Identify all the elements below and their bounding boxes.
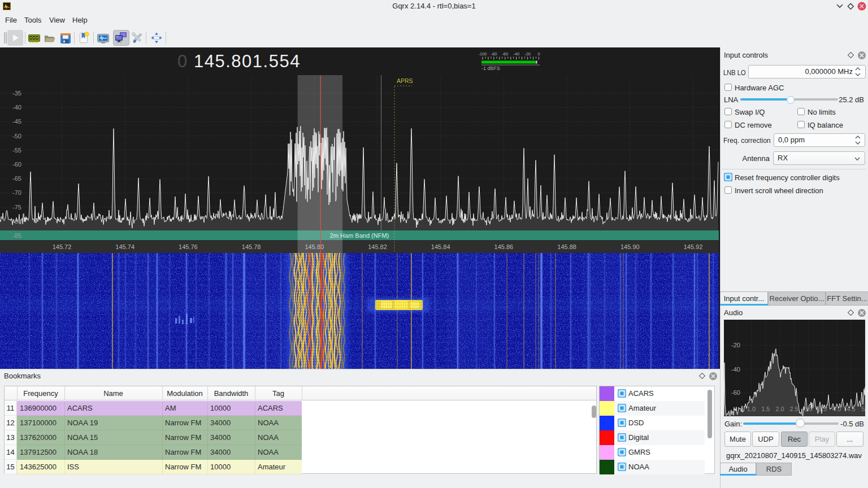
svg-text:-80: -80 [491, 51, 497, 56]
svg-text:3.5: 3.5 [818, 406, 827, 412]
svg-text:-70: -70 [12, 189, 21, 196]
svg-text:-1 dBFS: -1 dBFS [481, 66, 500, 71]
svg-text:5.: 5. [861, 406, 865, 412]
svg-text:2.5: 2.5 [790, 406, 798, 412]
svg-text:145.86: 145.86 [494, 243, 514, 250]
svg-text:1.0: 1.0 [747, 406, 756, 412]
svg-text:-60: -60 [731, 389, 740, 396]
svg-text:-55: -55 [12, 147, 21, 154]
svg-text:-60: -60 [12, 161, 21, 168]
svg-text:-40: -40 [12, 104, 21, 111]
svg-text:-20: -20 [524, 51, 531, 56]
svg-text:145.90: 145.90 [620, 243, 640, 250]
svg-text:-80: -80 [12, 218, 21, 225]
svg-text:-60: -60 [502, 51, 508, 56]
svg-text:-45: -45 [12, 118, 21, 125]
svg-text:145.78: 145.78 [242, 243, 261, 250]
svg-text:-65: -65 [12, 175, 21, 182]
svg-text:-75: -75 [12, 204, 21, 211]
svg-text:-35: -35 [12, 90, 21, 97]
svg-text:145.88: 145.88 [557, 243, 576, 250]
svg-text:2.0: 2.0 [775, 406, 784, 412]
svg-text:145.76: 145.76 [179, 243, 198, 250]
svg-text:145.82: 145.82 [368, 243, 387, 250]
svg-text:145.74: 145.74 [115, 243, 134, 250]
svg-text:-100: -100 [478, 51, 487, 56]
svg-text:-50: -50 [12, 133, 21, 140]
svg-text:1.5: 1.5 [761, 406, 770, 412]
svg-text:145.84: 145.84 [431, 243, 450, 250]
svg-text:APRS: APRS [397, 77, 413, 84]
svg-text:-20: -20 [731, 342, 740, 348]
svg-text:-40: -40 [513, 51, 519, 56]
svg-text:0: 0 [537, 51, 540, 56]
svg-text:145.72: 145.72 [53, 243, 72, 250]
svg-text:145.92: 145.92 [684, 243, 703, 250]
svg-text:-85: -85 [12, 232, 21, 239]
svg-text:-40: -40 [731, 366, 740, 373]
